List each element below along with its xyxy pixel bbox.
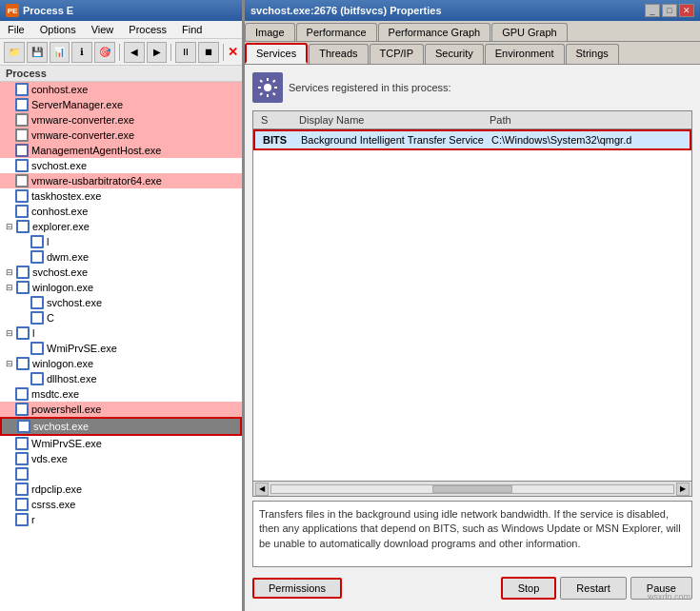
tab-strings[interactable]: Strings xyxy=(566,44,619,64)
list-item[interactable]: ⊟ winlogon.exe xyxy=(0,280,242,295)
svg-point-29 xyxy=(264,84,271,91)
tab-tcpip[interactable]: TCP/IP xyxy=(370,44,424,64)
process-icon xyxy=(15,189,29,203)
process-icon xyxy=(15,498,29,511)
list-item[interactable]: dwm.exe xyxy=(0,249,242,265)
list-item[interactable]: ⊟ l xyxy=(0,325,242,341)
list-item[interactable]: conhost.exe xyxy=(0,82,242,97)
list-item[interactable]: taskhostex.exe xyxy=(0,188,242,204)
process-name: conhost.exe xyxy=(31,84,88,95)
list-item[interactable]: conhost.exe xyxy=(0,204,242,219)
horizontal-scrollbar[interactable]: ◀ ▶ xyxy=(253,481,691,496)
list-item[interactable]: WmiPrvSE.exe xyxy=(0,341,242,356)
scroll-track[interactable] xyxy=(270,484,674,494)
toolbar-btn-forward[interactable]: ▶ xyxy=(147,42,168,63)
tab-services[interactable]: Services xyxy=(245,43,308,64)
process-name: dllhost.exe xyxy=(47,373,97,384)
list-item[interactable]: vmware-converter.exe xyxy=(0,128,242,143)
tab-image[interactable]: Image xyxy=(245,23,295,41)
svg-rect-24 xyxy=(17,454,27,463)
process-section-header: Process xyxy=(0,66,242,82)
toolbar: 📁 💾 📊 ℹ 🎯 ◀ ▶ ⏸ ⏹ ✕ xyxy=(0,39,242,66)
toolbar-btn-target[interactable]: 🎯 xyxy=(94,42,115,63)
table-body[interactable]: BITS Background Intelligent Transfer Ser… xyxy=(253,129,691,481)
tab-security[interactable]: Security xyxy=(425,44,484,64)
permissions-button[interactable]: Permissions xyxy=(252,578,342,599)
menu-view[interactable]: View xyxy=(88,23,118,36)
svg-rect-9 xyxy=(18,222,28,231)
process-name: explorer.exe xyxy=(32,221,90,232)
app-icon: PE xyxy=(6,4,19,17)
toolbar-btn-pause[interactable]: ⏸ xyxy=(175,42,196,63)
toolbar-btn-cpu[interactable]: 📊 xyxy=(50,42,70,63)
process-icon xyxy=(30,342,44,355)
menu-file[interactable]: File xyxy=(4,23,29,36)
list-item[interactable]: ⊟ svchost.exe xyxy=(0,265,242,280)
list-item[interactable]: r xyxy=(0,512,242,527)
properties-dialog: svchost.exe:2676 (bitfsvcs) Properties _… xyxy=(243,0,700,611)
expand-icon[interactable]: ⊟ xyxy=(4,328,15,338)
list-item-selected[interactable]: svchost.exe xyxy=(0,417,242,436)
left-title-text: Process E xyxy=(23,5,73,16)
tab-environment[interactable]: Environment xyxy=(485,44,565,64)
scroll-right-button[interactable]: ▶ xyxy=(676,483,690,496)
list-item[interactable]: msdtc.exe xyxy=(0,386,242,402)
list-item[interactable]: dllhost.exe xyxy=(0,371,242,386)
expand-icon[interactable]: ⊟ xyxy=(4,222,15,231)
list-item[interactable]: ManagementAgentHost.exe xyxy=(0,143,242,158)
tab-row-1: Image Performance Performance Graph GPU … xyxy=(245,21,700,42)
process-icon xyxy=(15,452,29,465)
list-item[interactable]: svchost.exe xyxy=(0,295,242,310)
list-item[interactable]: C xyxy=(0,310,242,325)
process-icon xyxy=(15,387,29,401)
svg-rect-16 xyxy=(18,328,28,338)
tab-threads[interactable]: Threads xyxy=(309,44,368,64)
close-button[interactable]: ✕ xyxy=(679,4,694,17)
list-item[interactable]: powershell.exe xyxy=(0,402,242,417)
list-item[interactable] xyxy=(0,466,242,482)
toolbar-btn-save[interactable]: 💾 xyxy=(27,42,48,63)
list-item[interactable]: ⊟ winlogon.exe xyxy=(0,356,242,371)
minimize-button[interactable]: _ xyxy=(645,4,660,17)
tab-gpu-graph[interactable]: GPU Graph xyxy=(491,23,567,41)
list-item[interactable]: l xyxy=(0,234,242,249)
list-item[interactable]: vds.exe xyxy=(0,451,242,466)
list-item[interactable]: csrss.exe xyxy=(0,497,242,512)
list-item[interactable]: vmware-usbarbitrator64.exe xyxy=(0,173,242,188)
list-item[interactable]: rdpclip.exe xyxy=(0,482,242,497)
dialog-title: svchost.exe:2676 (bitfsvcs) Properties xyxy=(250,5,645,16)
toolbar-btn-info[interactable]: ℹ xyxy=(71,42,92,63)
list-item[interactable]: vmware-converter.exe xyxy=(0,112,242,128)
process-name: ServerManager.exe xyxy=(31,99,123,110)
toolbar-btn-back[interactable]: ◀ xyxy=(124,42,145,63)
svg-rect-21 xyxy=(17,404,27,414)
process-name: vmware-converter.exe xyxy=(31,114,134,126)
toolbar-btn-stop[interactable]: ⏹ xyxy=(198,42,219,63)
toolbar-close-x[interactable]: ✕ xyxy=(228,45,238,59)
menu-find[interactable]: Find xyxy=(178,23,206,36)
expand-icon[interactable]: ⊟ xyxy=(4,267,15,277)
toolbar-btn-new[interactable]: 📁 xyxy=(4,42,25,63)
list-item[interactable]: WmiPrvSE.exe xyxy=(0,436,242,451)
process-icon xyxy=(30,311,44,325)
tab-performance-graph[interactable]: Performance Graph xyxy=(378,23,491,41)
expand-icon[interactable]: ⊟ xyxy=(4,283,15,292)
scroll-left-button[interactable]: ◀ xyxy=(255,483,269,496)
menu-process[interactable]: Process xyxy=(125,23,170,36)
stop-button[interactable]: Stop xyxy=(501,577,557,600)
list-item[interactable]: ServerManager.exe xyxy=(0,97,242,112)
col-header-displayname: Display Name xyxy=(295,113,486,127)
process-name: conhost.exe xyxy=(31,206,88,217)
list-item[interactable]: svchost.exe xyxy=(0,158,242,173)
process-icon xyxy=(16,266,30,279)
restart-button[interactable]: Restart xyxy=(560,577,626,600)
tab-performance[interactable]: Performance xyxy=(296,23,377,41)
maximize-button[interactable]: □ xyxy=(662,4,677,17)
process-icon xyxy=(16,281,30,294)
process-list[interactable]: conhost.exe ServerManager.exe vmware-con… xyxy=(0,82,242,611)
menu-options[interactable]: Options xyxy=(36,23,80,36)
list-item[interactable]: ⊟ explorer.exe xyxy=(0,219,242,234)
expand-icon[interactable]: ⊟ xyxy=(4,359,15,368)
table-row[interactable]: BITS Background Intelligent Transfer Ser… xyxy=(253,129,691,150)
process-icon xyxy=(16,357,30,370)
